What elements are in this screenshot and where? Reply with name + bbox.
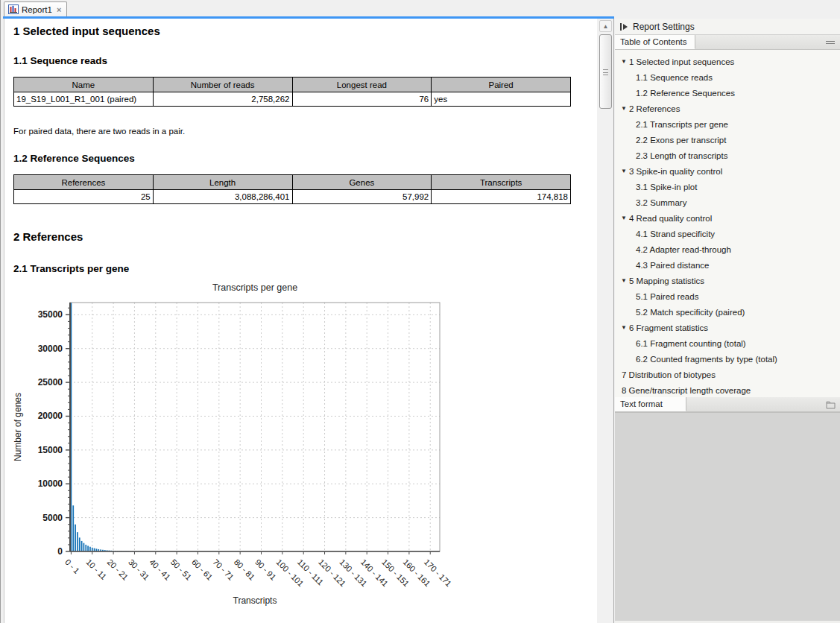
tab-close-icon[interactable]: ×: [57, 5, 61, 14]
toc-item-label: 6 Fragment statistics: [629, 323, 708, 332]
text-format-tab[interactable]: Text format: [615, 397, 686, 411]
svg-text:30000: 30000: [38, 344, 63, 354]
toc-item-label: 5.2 Match specificity (paired): [636, 308, 745, 317]
toc-item-label: 5.1 Paired reads: [636, 292, 698, 301]
section-2-heading: 2 References: [13, 230, 590, 243]
section-1-heading: 1 Selected input sequences: [13, 25, 590, 37]
toc-item[interactable]: 4.2 Adapter read-through: [615, 241, 840, 257]
toc-item[interactable]: 2.3 Length of transcripts: [615, 148, 840, 163]
report-icon: [8, 4, 19, 14]
column-header: Paired: [432, 78, 571, 92]
reference-sequences-table: ReferencesLengthGenesTranscripts253,088,…: [13, 174, 571, 204]
toc-item-label: 4.1 Strand specificity: [636, 230, 715, 238]
chevron-down-icon[interactable]: ▼: [621, 324, 629, 331]
table-row: 19_S19_L001_R1_001 (paired)2,758,26276ye…: [14, 92, 571, 107]
tab-title: Report1: [22, 5, 52, 14]
chevron-down-icon[interactable]: ▼: [621, 277, 629, 284]
toc-item-label: 2.2 Exons per transcript: [636, 136, 726, 145]
svg-text:15000: 15000: [38, 445, 63, 455]
toc-item[interactable]: 2.1 Transcripts per gene: [615, 116, 840, 132]
chevron-down-icon[interactable]: ▼: [621, 58, 629, 65]
bar: [85, 545, 86, 551]
svg-text:30 - 31: 30 - 31: [127, 557, 151, 582]
chevron-down-icon[interactable]: ▼: [621, 168, 629, 174]
table-cell: 19_S19_L001_R1_001 (paired): [14, 92, 154, 107]
chevron-down-icon[interactable]: ▼: [621, 105, 629, 112]
sequence-reads-table: NameNumber of readsLongest readPaired19_…: [13, 77, 571, 107]
scrollbar-up-icon[interactable]: ▲: [599, 20, 612, 32]
report-document: 1 Selected input sequences 1.1 Sequence …: [4, 19, 597, 623]
svg-text:70 - 71: 70 - 71: [211, 557, 236, 582]
table-row: 253,088,286,40157,992174,818: [14, 190, 571, 204]
toc-item-label: 1 Selected input sequences: [629, 57, 734, 66]
column-header: Genes: [292, 175, 432, 190]
application-window: Report1 × 1 Selected input sequences 1.1…: [0, 0, 840, 623]
toc-item-label: 3.2 Summary: [636, 198, 686, 207]
table-cell: 174,818: [432, 190, 571, 204]
svg-text:80 - 81: 80 - 81: [233, 557, 257, 582]
document-scrollbar[interactable]: ▲: [597, 19, 614, 623]
svg-text:10000: 10000: [38, 478, 63, 489]
svg-text:5000: 5000: [42, 513, 63, 523]
text-format-section-header: Text format: [615, 397, 840, 412]
toc-item-label: 6.2 Counted fragments by type (total): [636, 355, 777, 364]
toc-item-label: 4 Read quality control: [629, 214, 712, 223]
bar: [79, 537, 80, 551]
toc-item[interactable]: 6.1 Fragment counting (total): [615, 335, 840, 351]
toc-item[interactable]: 4.1 Strand specificity: [615, 226, 840, 241]
toc-item-label: 8 Gene/transcript length coverage: [622, 386, 751, 395]
report-settings-header[interactable]: Report Settings: [615, 19, 840, 35]
toc-item[interactable]: ▼5 Mapping statistics: [615, 273, 840, 288]
svg-text:40 - 41: 40 - 41: [148, 557, 172, 582]
chevron-down-icon[interactable]: ▼: [621, 215, 629, 221]
section-1-1-heading: 1.1 Sequence reads: [13, 55, 590, 66]
svg-text:Number of genes: Number of genes: [13, 393, 23, 461]
toc-item[interactable]: ▼6 Fragment statistics: [615, 320, 840, 335]
svg-text:0 - 1: 0 - 1: [63, 557, 81, 575]
scrollbar-thumb[interactable]: [599, 34, 612, 109]
svg-text:35000: 35000: [38, 309, 63, 320]
report-settings-title: Report Settings: [633, 22, 695, 32]
column-header: Transcripts: [432, 175, 571, 190]
bar: [87, 545, 89, 551]
transcripts-per-gene-chart: 0 - 110 - 1120 - 2130 - 3140 - 4150 - 51…: [9, 279, 590, 613]
toc-item[interactable]: 7 Distribution of biotypes: [615, 367, 840, 382]
toc-item-label: 5 Mapping statistics: [629, 276, 704, 285]
toc-item-label: 3 Spike-in quality control: [629, 167, 722, 176]
toc-item[interactable]: 3.1 Spike-in plot: [615, 179, 840, 195]
scrollbar-grip: [603, 69, 608, 75]
toc-item[interactable]: 6.2 Counted fragments by type (total): [615, 351, 840, 367]
collapse-icon[interactable]: [826, 41, 835, 44]
table-cell: 3,088,286,401: [153, 190, 292, 204]
toc-item[interactable]: ▼4 Read quality control: [615, 210, 840, 226]
column-header: Name: [14, 78, 154, 92]
toc-item[interactable]: 5.1 Paired reads: [615, 288, 840, 304]
svg-text:20 - 21: 20 - 21: [106, 557, 130, 582]
toc-item-label: 4.2 Adapter read-through: [636, 245, 731, 254]
column-header: Number of reads: [153, 78, 292, 92]
toc-item[interactable]: 8 Gene/transcript length coverage: [615, 382, 840, 397]
toc-item[interactable]: 4.3 Paired distance: [615, 257, 840, 273]
report-settings-panel: Report Settings Table of Contents ▼1 Sel…: [615, 19, 840, 623]
toc-item[interactable]: 5.2 Match specificity (paired): [615, 304, 840, 320]
toc-item-label: 3.1 Spike-in plot: [636, 183, 697, 192]
table-cell: 25: [14, 190, 154, 204]
toc-item-label: 6.1 Fragment counting (total): [636, 339, 746, 348]
bar: [92, 548, 93, 551]
toc-item[interactable]: ▼3 Spike-in quality control: [615, 163, 840, 179]
toc-tab[interactable]: Table of Contents: [615, 35, 695, 49]
svg-text:90 - 91: 90 - 91: [253, 557, 278, 582]
text-format-body: [615, 412, 840, 621]
toc-item[interactable]: ▼1 Selected input sequences: [615, 54, 840, 69]
toc-section-header: Table of Contents: [615, 35, 840, 50]
toc-item[interactable]: 1.1 Sequence reads: [615, 69, 840, 85]
folder-icon[interactable]: [826, 401, 836, 409]
toc-item[interactable]: ▼2 References: [615, 101, 840, 116]
column-header: Length: [153, 175, 292, 190]
tab-report1[interactable]: Report1 ×: [4, 1, 67, 16]
toc-item[interactable]: 3.2 Summary: [615, 195, 840, 210]
toc-item[interactable]: 1.2 Reference Sequences: [615, 85, 840, 101]
toc-item[interactable]: 2.2 Exons per transcript: [615, 132, 840, 148]
toc-item-label: 1.1 Sequence reads: [636, 73, 713, 82]
chart-svg: 0 - 110 - 1120 - 2130 - 3140 - 4150 - 51…: [9, 279, 546, 610]
